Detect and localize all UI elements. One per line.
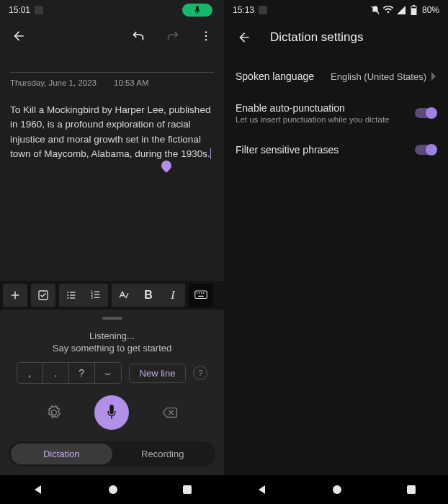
- nav-back[interactable]: [252, 480, 272, 500]
- redo-button[interactable]: [162, 25, 184, 47]
- notification-indicator: [35, 6, 43, 14]
- note-text: To Kill a Mockingbird by Harper Lee, pub…: [10, 104, 210, 159]
- notification-indicator: [259, 6, 267, 14]
- nav-home[interactable]: [328, 480, 346, 499]
- mic-button[interactable]: [94, 395, 129, 430]
- svg-point-0: [205, 31, 207, 33]
- svg-rect-29: [407, 485, 416, 494]
- settings-appbar: Dictation settings: [224, 20, 448, 55]
- settings-screen: 15:13 80% Dictation settings Spoken lang…: [224, 0, 448, 504]
- svg-rect-5: [70, 292, 75, 293]
- dictation-settings-button[interactable]: [44, 402, 64, 423]
- space-button[interactable]: ⌣: [95, 363, 121, 383]
- note-meta: Thursday, June 1, 2023 10:53 AM: [10, 78, 214, 87]
- mode-switch: Dictation Recording: [9, 441, 215, 467]
- nav-recents[interactable]: [402, 480, 421, 499]
- mode-recording[interactable]: Recording: [112, 444, 214, 464]
- format-toolbar: 123 B I: [0, 281, 224, 310]
- setting-auto-punctuation[interactable]: Enable auto-punctuation Let us insert pu…: [236, 92, 436, 134]
- setting-value: English (United States): [331, 71, 426, 82]
- help-button[interactable]: ?: [193, 366, 207, 380]
- clock: 15:13: [233, 5, 254, 15]
- punctuation-group: , . ? ⌣: [17, 362, 122, 384]
- listening-title: Listening...: [53, 330, 171, 343]
- status-bar-left: 15:01: [0, 0, 224, 20]
- svg-point-1: [205, 35, 207, 37]
- system-nav-left: [0, 475, 224, 504]
- mute-icon: [370, 5, 380, 15]
- back-button[interactable]: [9, 26, 29, 46]
- svg-rect-18: [199, 293, 200, 294]
- style-button[interactable]: [112, 284, 136, 307]
- italic-button[interactable]: I: [161, 284, 185, 307]
- svg-rect-7: [70, 295, 75, 296]
- setting-label: Enable auto-punctuation: [236, 102, 415, 114]
- svg-rect-16: [195, 291, 207, 299]
- svg-text:3: 3: [91, 297, 93, 300]
- svg-rect-27: [411, 8, 416, 15]
- system-nav-right: [224, 475, 448, 504]
- setting-label: Spoken language: [236, 71, 331, 82]
- numbered-list-button[interactable]: 123: [84, 284, 108, 307]
- newline-button[interactable]: New line: [129, 364, 187, 383]
- setting-label: Filter sensitive phrases: [236, 144, 415, 156]
- svg-rect-9: [70, 298, 75, 299]
- svg-rect-13: [94, 294, 99, 295]
- settings-title: Dictation settings: [270, 30, 363, 45]
- status-bar-right: 15:13 80%: [224, 0, 448, 20]
- setting-filter-phrases[interactable]: Filter sensitive phrases: [236, 134, 436, 166]
- listening-hint: Say something to get started: [53, 342, 171, 355]
- svg-point-2: [205, 39, 207, 41]
- backspace-button[interactable]: [159, 403, 181, 422]
- undo-button[interactable]: [127, 25, 149, 47]
- svg-point-22: [109, 485, 117, 494]
- setting-spoken-language[interactable]: Spoken language English (United States): [236, 60, 436, 92]
- nav-back[interactable]: [28, 480, 48, 500]
- note-time: 10:53 AM: [114, 78, 149, 87]
- svg-rect-21: [198, 296, 204, 297]
- svg-rect-19: [201, 293, 202, 294]
- svg-point-4: [67, 292, 68, 293]
- note-body[interactable]: To Kill a Mockingbird by Harper Lee, pub…: [10, 103, 214, 161]
- signal-icon: [396, 5, 406, 15]
- toggle-on[interactable]: [415, 108, 436, 118]
- more-button[interactable]: [197, 27, 215, 45]
- add-button[interactable]: [3, 284, 27, 307]
- mode-dictation[interactable]: Dictation: [11, 444, 112, 464]
- comma-button[interactable]: ,: [17, 363, 43, 383]
- clock: 15:01: [9, 5, 30, 15]
- nav-home[interactable]: [104, 480, 122, 499]
- note-divider: [10, 72, 214, 73]
- wifi-icon: [383, 5, 393, 15]
- mic-row: [44, 395, 181, 430]
- text-caret: [210, 148, 211, 159]
- note-editor[interactable]: Thursday, June 1, 2023 10:53 AM To Kill …: [0, 52, 224, 281]
- svg-rect-23: [183, 485, 192, 494]
- keyboard-button[interactable]: [189, 284, 213, 307]
- settings-list: Spoken language English (United States) …: [224, 55, 448, 171]
- onenote-screen: 15:01 Thursday, June 1, 2023: [0, 0, 224, 504]
- chevron-right-icon: [431, 72, 436, 81]
- bold-button[interactable]: B: [136, 284, 161, 307]
- svg-rect-17: [197, 293, 198, 294]
- svg-point-8: [67, 297, 68, 299]
- note-date: Thursday, June 1, 2023: [10, 78, 97, 87]
- dictation-panel: Listening... Say something to get starte…: [0, 310, 224, 475]
- format-group: B I: [112, 284, 185, 307]
- back-button[interactable]: [234, 27, 254, 48]
- nav-recents[interactable]: [178, 480, 197, 499]
- list-group: 123: [59, 284, 108, 307]
- mic-active-pill[interactable]: [182, 4, 212, 17]
- listening-status: Listening... Say something to get starte…: [53, 330, 171, 355]
- period-button[interactable]: .: [43, 363, 69, 383]
- svg-rect-11: [94, 292, 99, 292]
- checklist-button[interactable]: [31, 284, 55, 307]
- question-button[interactable]: ?: [69, 363, 95, 383]
- setting-desc: Let us insert punctuation while you dict…: [236, 115, 415, 124]
- bullet-list-button[interactable]: [59, 284, 84, 307]
- toggle-on[interactable]: [415, 145, 436, 155]
- battery-pct: 80%: [422, 5, 439, 15]
- cursor-handle[interactable]: [159, 158, 174, 173]
- svg-point-6: [67, 294, 68, 296]
- drag-handle[interactable]: [102, 317, 122, 320]
